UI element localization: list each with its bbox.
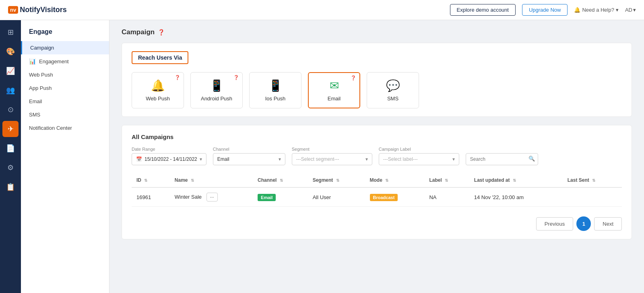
segment-select[interactable]: ---Select segment--- ▾ bbox=[292, 153, 372, 165]
email-icon: ✉ bbox=[330, 79, 339, 92]
sms-icon: 💬 bbox=[386, 79, 400, 92]
sms-label: SMS bbox=[387, 96, 398, 102]
campaigns-title: All Campaigns bbox=[132, 133, 622, 140]
cell-mode: Broadcast bbox=[365, 187, 425, 207]
channel-web-push[interactable]: ❓ 🔔 Web Push bbox=[132, 72, 184, 108]
sidebar-section-title: Engage bbox=[21, 28, 109, 41]
campaign-label-select[interactable]: ---Select label--- ▾ bbox=[379, 153, 459, 165]
sidebar-item-label: Notification Center bbox=[29, 125, 72, 131]
sidebar-item-email[interactable]: Email bbox=[21, 95, 109, 108]
search-input[interactable] bbox=[466, 153, 538, 165]
label-caret-icon: ▾ bbox=[452, 156, 455, 162]
cell-channel: Email bbox=[253, 187, 308, 207]
search-wrapper: 🔍 bbox=[466, 147, 538, 165]
sidebar-item-engagement[interactable]: 📊 Engagement bbox=[21, 54, 109, 68]
page-help-icon[interactable]: ❓ bbox=[158, 29, 165, 35]
sidebar-icon-palette[interactable]: 🎨 bbox=[2, 44, 19, 60]
channel-caret-icon: ▾ bbox=[279, 156, 281, 162]
name-sort-icon[interactable]: ⇅ bbox=[191, 178, 194, 183]
sidebar-item-notification-center[interactable]: Notification Center bbox=[21, 121, 109, 135]
page-1-button[interactable]: 1 bbox=[576, 216, 591, 231]
label-sort-icon[interactable]: ⇅ bbox=[445, 178, 448, 183]
campaign-label-filter: Campaign Label ---Select label--- ▾ bbox=[379, 147, 459, 165]
date-caret-icon: ▾ bbox=[200, 156, 202, 162]
channel-filter-label: Channel bbox=[213, 147, 285, 152]
id-sort-icon[interactable]: ⇅ bbox=[144, 178, 147, 183]
logo: nv NotifyVisitors bbox=[8, 6, 67, 14]
cell-id: 16961 bbox=[132, 187, 170, 207]
last-updated-sort-icon[interactable]: ⇅ bbox=[513, 178, 516, 183]
col-last-sent: Last Sent ⇅ bbox=[563, 173, 622, 187]
help-label: Need a Help? bbox=[582, 7, 614, 13]
col-label: Label ⇅ bbox=[424, 173, 469, 187]
sidebar-item-label: App Push bbox=[29, 85, 52, 91]
col-mode: Mode ⇅ bbox=[365, 173, 425, 187]
sidebar-item-web-push[interactable]: Web Push bbox=[21, 68, 109, 81]
date-range-label: Date Range bbox=[132, 147, 206, 152]
top-navigation: nv NotifyVisitors Explore demo account U… bbox=[0, 0, 644, 20]
col-name: Name ⇅ bbox=[170, 173, 253, 187]
channel-sort-icon[interactable]: ⇅ bbox=[280, 178, 283, 183]
cell-segment: All User bbox=[308, 187, 365, 207]
filters-row: Date Range 📅 15/10/2022 - 14/11/2022 ▾ C… bbox=[132, 147, 622, 165]
sidebar-icon-segments[interactable]: ⊙ bbox=[2, 102, 19, 118]
segment-sort-icon[interactable]: ⇅ bbox=[336, 178, 339, 183]
main-layout: ⊞ 🎨 📈 👥 ⊙ ✈ 📄 ⚙ 📋 Engage Campaign 📊 Enga… bbox=[0, 20, 644, 293]
search-icon: 🔍 bbox=[528, 156, 535, 162]
channel-sms[interactable]: 💬 SMS bbox=[367, 72, 419, 108]
sidebar-icon-chart[interactable]: 📈 bbox=[2, 63, 19, 79]
top-nav-right: Explore demo account Upgrade Now 🔔 Need … bbox=[450, 4, 636, 16]
sidebar-icon-send[interactable]: ✈ bbox=[2, 121, 19, 137]
sidebar-item-label: SMS bbox=[29, 112, 40, 118]
col-last-updated: Last updated at ⇅ bbox=[469, 173, 563, 187]
sidebar-icon-grid[interactable]: ⊞ bbox=[2, 24, 19, 40]
user-initials: AD bbox=[625, 7, 632, 13]
sidebar-item-campaign[interactable]: Campaign bbox=[21, 41, 109, 54]
sidebar-item-sms[interactable]: SMS bbox=[21, 108, 109, 121]
cell-name: Winter Sale ··· bbox=[170, 187, 253, 207]
previous-button[interactable]: Previous bbox=[536, 217, 574, 231]
logo-text: NotifyVisitors bbox=[20, 6, 67, 14]
sidebar-icon-users[interactable]: 👥 bbox=[2, 82, 19, 98]
engagement-icon: 📊 bbox=[29, 58, 36, 64]
channel-email[interactable]: ❓ ✉ Email bbox=[308, 72, 360, 108]
sidebar-icon-reports[interactable]: 📋 bbox=[2, 179, 19, 195]
channel-select[interactable]: Email ▾ bbox=[213, 153, 285, 165]
ios-push-icon: 📱 bbox=[268, 79, 283, 92]
mode-sort-icon[interactable]: ⇅ bbox=[385, 178, 388, 183]
campaign-label-filter-label: Campaign Label bbox=[379, 147, 459, 152]
col-channel: Channel ⇅ bbox=[253, 173, 308, 187]
date-range-select[interactable]: 📅 15/10/2022 - 14/11/2022 ▾ bbox=[132, 153, 206, 165]
cell-last-sent bbox=[563, 187, 622, 207]
channel-ios-push[interactable]: 📱 Ios Push bbox=[249, 72, 301, 108]
icon-sidebar: ⊞ 🎨 📈 👥 ⊙ ✈ 📄 ⚙ 📋 bbox=[0, 20, 21, 293]
sidebar-item-label: Web Push bbox=[29, 72, 53, 78]
channel-android-push[interactable]: ❓ 📱 Android Push bbox=[190, 72, 243, 108]
last-sent-sort-icon[interactable]: ⇅ bbox=[592, 178, 595, 183]
campaign-action-button[interactable]: ··· bbox=[206, 193, 218, 202]
explore-demo-button[interactable]: Explore demo account bbox=[450, 4, 516, 16]
email-help-icon[interactable]: ❓ bbox=[351, 75, 356, 81]
pagination: Previous 1 Next bbox=[132, 216, 622, 231]
segment-caret-icon: ▾ bbox=[365, 156, 368, 162]
sidebar-icon-settings[interactable]: ⚙ bbox=[2, 160, 19, 176]
help-caret-icon: ▾ bbox=[616, 7, 619, 13]
sidebar-item-app-push[interactable]: App Push bbox=[21, 81, 109, 95]
web-push-help-icon[interactable]: ❓ bbox=[175, 75, 180, 80]
date-range-filter: Date Range 📅 15/10/2022 - 14/11/2022 ▾ bbox=[132, 147, 206, 165]
logo-icon: nv bbox=[8, 6, 18, 14]
upgrade-now-button[interactable]: Upgrade Now bbox=[522, 4, 568, 16]
sidebar-icon-templates[interactable]: 📄 bbox=[2, 140, 19, 156]
col-id: ID ⇅ bbox=[132, 173, 170, 187]
user-caret-icon: ▾ bbox=[633, 7, 636, 13]
ios-push-label: Ios Push bbox=[265, 96, 286, 102]
page-title: Campaign bbox=[122, 28, 155, 36]
main-content: Campaign ❓ Reach Users Via ❓ 🔔 Web Push … bbox=[109, 20, 644, 293]
channel-options: ❓ 🔔 Web Push ❓ 📱 Android Push 📱 Ios Push bbox=[132, 72, 622, 108]
cell-last-updated: 14 Nov '22, 10:00 am bbox=[469, 187, 563, 207]
next-button[interactable]: Next bbox=[594, 217, 622, 231]
help-menu[interactable]: 🔔 Need a Help? ▾ bbox=[574, 7, 619, 13]
reach-title: Reach Users Via bbox=[132, 51, 188, 64]
android-push-help-icon[interactable]: ❓ bbox=[233, 75, 239, 80]
user-menu[interactable]: AD ▾ bbox=[625, 7, 636, 13]
